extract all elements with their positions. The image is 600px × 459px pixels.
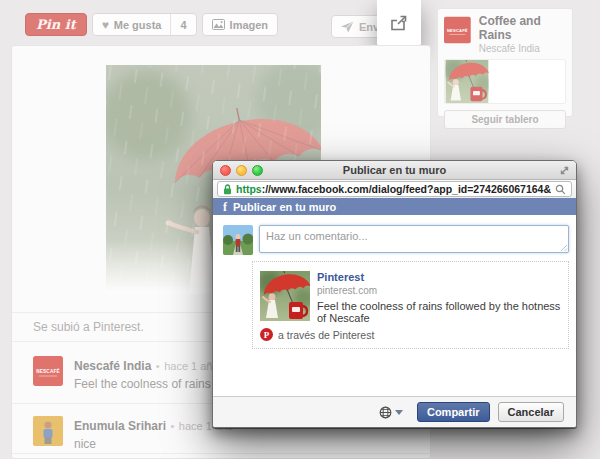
share-icon: [390, 15, 409, 32]
audience-selector[interactable]: [379, 406, 403, 419]
minimize-window-button[interactable]: [236, 165, 247, 176]
preview-title[interactable]: Pinterest: [317, 271, 364, 283]
dialog-body: Pinterest pinterest.com Feel the coolnes…: [213, 215, 576, 398]
via-attribution: P a través de Pinterest: [260, 328, 374, 341]
dialog-header: f Publicar en tu muro: [213, 198, 576, 215]
board-title[interactable]: Coffee and Rains: [479, 15, 566, 43]
via-text: a través de Pinterest: [278, 329, 374, 341]
image-icon: [212, 19, 225, 30]
url-text: ://www.facebook.com/dialog/feed?app_id=2…: [262, 183, 551, 195]
profile-avatar: [223, 225, 253, 255]
dialog-header-title: Publicar en tu muro: [233, 201, 336, 213]
url-scheme: https: [236, 183, 262, 195]
window-titlebar[interactable]: Publicar en tu muro: [213, 161, 576, 180]
url-field[interactable]: https ://www.facebook.com/dialog/feed?ap…: [217, 181, 572, 197]
paper-plane-icon: [341, 21, 354, 33]
board-card: NESCAFÉ Coffee and Rains Nescafé India S…: [437, 8, 573, 117]
image-label: Imagen: [230, 19, 269, 31]
attribution-text: Se subió a Pinterest.: [33, 320, 144, 334]
traffic-lights: [220, 165, 263, 176]
like-count: 4: [170, 14, 195, 35]
share-button[interactable]: [377, 0, 421, 46]
nescafe-avatar[interactable]: NESCAFÉ: [33, 356, 63, 386]
pin-it-button[interactable]: Pin it: [25, 13, 87, 36]
svg-text:NESCAFÉ: NESCAFÉ: [447, 28, 468, 33]
like-button[interactable]: ♥ Me gusta: [93, 14, 171, 35]
browser-url-row: https ://www.facebook.com/dialog/feed?ap…: [213, 180, 576, 198]
pin-toolbar: Pin it ♥ Me gusta 4 Imagen: [25, 13, 278, 36]
search-icon[interactable]: [555, 184, 566, 195]
resize-icon[interactable]: [559, 165, 570, 176]
svg-text:NESCAFÉ: NESCAFÉ: [36, 367, 59, 374]
comment-separator: •: [156, 360, 160, 372]
dialog-footer: Compartir Cancelar: [213, 396, 576, 427]
facebook-icon: f: [223, 201, 227, 213]
zoom-window-button[interactable]: [252, 165, 263, 176]
comment-author[interactable]: Enumula Srihari: [74, 419, 166, 433]
share-submit-button[interactable]: Compartir: [417, 402, 490, 422]
nescafe-board-avatar[interactable]: NESCAFÉ: [444, 15, 471, 45]
comment-text: nice: [74, 437, 432, 451]
link-preview: Pinterest pinterest.com Feel the coolnes…: [252, 261, 569, 349]
comment-author[interactable]: Nescafé India: [74, 359, 151, 373]
comment-separator: •: [170, 420, 174, 432]
divider: [12, 453, 430, 454]
preview-description: Feel the coolness of rains followed by t…: [317, 300, 562, 324]
chevron-down-icon: [395, 410, 403, 415]
user-avatar[interactable]: [33, 416, 63, 446]
like-label: Me gusta: [114, 19, 162, 31]
follow-board-button[interactable]: Seguir tablero: [444, 110, 566, 129]
board-owner[interactable]: Nescafé India: [479, 43, 566, 54]
window-title: Publicar en tu muro: [343, 164, 446, 176]
textarea-resize-handle[interactable]: [560, 244, 568, 252]
cancel-button[interactable]: Cancelar: [498, 402, 564, 422]
comment-input[interactable]: [259, 225, 569, 253]
lock-icon: [223, 184, 232, 195]
preview-domain: pinterest.com: [317, 285, 377, 296]
image-button[interactable]: Imagen: [202, 13, 279, 36]
comment-time: hace 1 año: [164, 360, 218, 372]
facebook-share-window: Publicar en tu muro https ://www.faceboo…: [212, 160, 577, 428]
board-pin-thumbnail: [445, 60, 489, 103]
close-window-button[interactable]: [220, 165, 231, 176]
globe-icon: [379, 406, 392, 419]
pinterest-icon: P: [260, 328, 273, 341]
preview-thumbnail: [260, 271, 310, 321]
board-preview-strip[interactable]: [444, 59, 566, 104]
heart-icon: ♥: [102, 19, 109, 31]
like-button-group[interactable]: ♥ Me gusta 4: [92, 13, 197, 36]
